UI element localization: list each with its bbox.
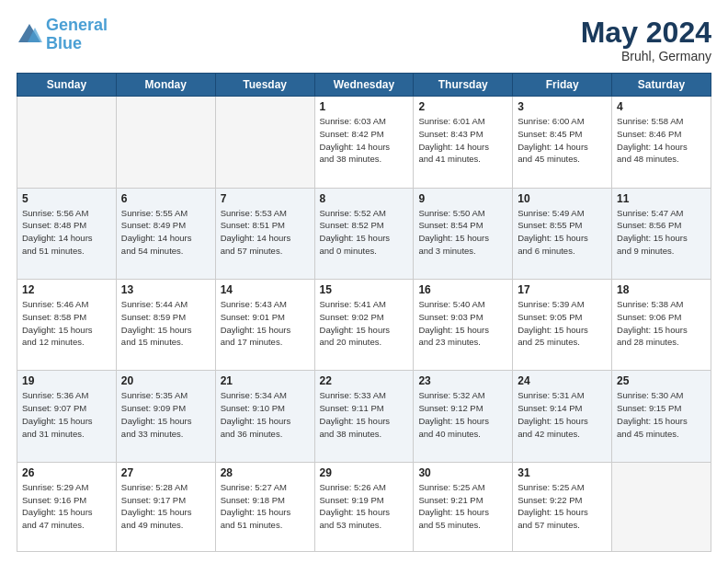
day-number: 20 — [121, 374, 210, 387]
calendar-cell: 10Sunrise: 5:49 AM Sunset: 8:55 PM Dayli… — [513, 188, 612, 279]
calendar: SundayMondayTuesdayWednesdayThursdayFrid… — [17, 73, 711, 552]
logo-line1: General — [46, 16, 108, 34]
calendar-cell: 20Sunrise: 5:35 AM Sunset: 9:09 PM Dayli… — [116, 371, 215, 462]
calendar-cell: 22Sunrise: 5:33 AM Sunset: 9:11 PM Dayli… — [314, 371, 414, 462]
day-number: 14 — [221, 283, 310, 296]
day-number: 8 — [320, 192, 409, 205]
calendar-cell: 7Sunrise: 5:53 AM Sunset: 8:51 PM Daylig… — [215, 188, 314, 279]
calendar-cell: 30Sunrise: 5:25 AM Sunset: 9:21 PM Dayli… — [414, 462, 513, 551]
day-info: Sunrise: 5:35 AM Sunset: 9:09 PM Dayligh… — [121, 389, 210, 440]
day-info: Sunrise: 5:46 AM Sunset: 8:58 PM Dayligh… — [22, 298, 111, 349]
logo: General Blue — [17, 17, 108, 53]
calendar-cell — [215, 97, 314, 188]
day-info: Sunrise: 5:33 AM Sunset: 9:11 PM Dayligh… — [320, 389, 409, 440]
day-info: Sunrise: 5:52 AM Sunset: 8:52 PM Dayligh… — [320, 207, 409, 258]
day-number: 22 — [320, 374, 409, 387]
week-row-2: 5Sunrise: 5:56 AM Sunset: 8:48 PM Daylig… — [17, 188, 711, 279]
day-info: Sunrise: 5:26 AM Sunset: 9:19 PM Dayligh… — [320, 481, 409, 532]
day-header-monday: Monday — [116, 74, 215, 97]
day-number: 21 — [221, 374, 310, 387]
day-header-sunday: Sunday — [17, 74, 117, 97]
title-block: May 2024 Bruhl, Germany — [581, 17, 711, 63]
day-number: 15 — [320, 283, 409, 296]
day-number: 19 — [22, 374, 111, 387]
day-header-friday: Friday — [513, 74, 612, 97]
week-row-1: 1Sunrise: 6:03 AM Sunset: 8:42 PM Daylig… — [17, 97, 711, 188]
day-info: Sunrise: 5:28 AM Sunset: 9:17 PM Dayligh… — [121, 481, 210, 532]
calendar-cell: 3Sunrise: 6:00 AM Sunset: 8:45 PM Daylig… — [513, 97, 612, 188]
calendar-cell: 5Sunrise: 5:56 AM Sunset: 8:48 PM Daylig… — [17, 188, 117, 279]
day-number: 11 — [617, 192, 706, 205]
logo-icon — [17, 22, 42, 48]
calendar-cell: 15Sunrise: 5:41 AM Sunset: 9:02 PM Dayli… — [314, 280, 414, 371]
day-info: Sunrise: 5:32 AM Sunset: 9:12 PM Dayligh… — [418, 389, 507, 440]
day-header-thursday: Thursday — [414, 74, 513, 97]
day-number: 18 — [617, 283, 706, 296]
calendar-cell: 17Sunrise: 5:39 AM Sunset: 9:05 PM Dayli… — [513, 280, 612, 371]
day-number: 27 — [121, 466, 210, 479]
day-info: Sunrise: 5:30 AM Sunset: 9:15 PM Dayligh… — [617, 389, 706, 440]
day-number: 6 — [121, 192, 210, 205]
day-info: Sunrise: 5:31 AM Sunset: 9:14 PM Dayligh… — [518, 389, 607, 440]
calendar-cell: 27Sunrise: 5:28 AM Sunset: 9:17 PM Dayli… — [116, 462, 215, 551]
calendar-cell: 4Sunrise: 5:58 AM Sunset: 8:46 PM Daylig… — [612, 97, 711, 188]
day-number: 1 — [320, 100, 409, 113]
day-number: 9 — [418, 192, 507, 205]
day-info: Sunrise: 5:53 AM Sunset: 8:51 PM Dayligh… — [221, 207, 310, 258]
calendar-cell: 9Sunrise: 5:50 AM Sunset: 8:54 PM Daylig… — [414, 188, 513, 279]
day-number: 10 — [518, 192, 607, 205]
day-info: Sunrise: 5:58 AM Sunset: 8:46 PM Dayligh… — [617, 115, 706, 166]
logo-line2: Blue — [46, 34, 82, 52]
day-headers-row: SundayMondayTuesdayWednesdayThursdayFrid… — [17, 74, 711, 97]
calendar-cell: 29Sunrise: 5:26 AM Sunset: 9:19 PM Dayli… — [314, 462, 414, 551]
day-info: Sunrise: 6:01 AM Sunset: 8:43 PM Dayligh… — [418, 115, 507, 166]
week-row-4: 19Sunrise: 5:36 AM Sunset: 9:07 PM Dayli… — [17, 371, 711, 462]
calendar-cell: 23Sunrise: 5:32 AM Sunset: 9:12 PM Dayli… — [414, 371, 513, 462]
day-number: 7 — [221, 192, 310, 205]
location: Bruhl, Germany — [581, 49, 711, 63]
day-number: 12 — [22, 283, 111, 296]
day-info: Sunrise: 5:25 AM Sunset: 9:21 PM Dayligh… — [418, 481, 507, 532]
day-number: 30 — [418, 466, 507, 479]
calendar-cell: 6Sunrise: 5:55 AM Sunset: 8:49 PM Daylig… — [116, 188, 215, 279]
calendar-cell: 8Sunrise: 5:52 AM Sunset: 8:52 PM Daylig… — [314, 188, 414, 279]
day-info: Sunrise: 5:47 AM Sunset: 8:56 PM Dayligh… — [617, 207, 706, 258]
calendar-cell — [612, 462, 711, 551]
calendar-cell — [116, 97, 215, 188]
day-info: Sunrise: 5:49 AM Sunset: 8:55 PM Dayligh… — [518, 207, 607, 258]
day-info: Sunrise: 5:50 AM Sunset: 8:54 PM Dayligh… — [418, 207, 507, 258]
day-number: 25 — [617, 374, 706, 387]
week-row-3: 12Sunrise: 5:46 AM Sunset: 8:58 PM Dayli… — [17, 280, 711, 371]
calendar-cell — [17, 97, 117, 188]
day-info: Sunrise: 5:43 AM Sunset: 9:01 PM Dayligh… — [221, 298, 310, 349]
day-info: Sunrise: 5:38 AM Sunset: 9:06 PM Dayligh… — [617, 298, 706, 349]
calendar-cell: 16Sunrise: 5:40 AM Sunset: 9:03 PM Dayli… — [414, 280, 513, 371]
day-number: 4 — [617, 100, 706, 113]
calendar-cell: 19Sunrise: 5:36 AM Sunset: 9:07 PM Dayli… — [17, 371, 117, 462]
day-info: Sunrise: 5:27 AM Sunset: 9:18 PM Dayligh… — [221, 481, 310, 532]
day-info: Sunrise: 5:25 AM Sunset: 9:22 PM Dayligh… — [518, 481, 607, 532]
calendar-cell: 18Sunrise: 5:38 AM Sunset: 9:06 PM Dayli… — [612, 280, 711, 371]
day-number: 29 — [320, 466, 409, 479]
logo-text: General Blue — [46, 17, 108, 53]
day-number: 31 — [518, 466, 607, 479]
day-info: Sunrise: 6:00 AM Sunset: 8:45 PM Dayligh… — [518, 115, 607, 166]
day-info: Sunrise: 5:41 AM Sunset: 9:02 PM Dayligh… — [320, 298, 409, 349]
day-number: 2 — [418, 100, 507, 113]
day-number: 5 — [22, 192, 111, 205]
day-number: 24 — [518, 374, 607, 387]
day-info: Sunrise: 5:56 AM Sunset: 8:48 PM Dayligh… — [22, 207, 111, 258]
day-number: 16 — [418, 283, 507, 296]
calendar-cell: 26Sunrise: 5:29 AM Sunset: 9:16 PM Dayli… — [17, 462, 117, 551]
day-info: Sunrise: 5:34 AM Sunset: 9:10 PM Dayligh… — [221, 389, 310, 440]
day-number: 13 — [121, 283, 210, 296]
day-header-saturday: Saturday — [612, 74, 711, 97]
calendar-cell: 12Sunrise: 5:46 AM Sunset: 8:58 PM Dayli… — [17, 280, 117, 371]
day-number: 3 — [518, 100, 607, 113]
day-number: 28 — [221, 466, 310, 479]
day-info: Sunrise: 5:55 AM Sunset: 8:49 PM Dayligh… — [121, 207, 210, 258]
calendar-cell: 1Sunrise: 6:03 AM Sunset: 8:42 PM Daylig… — [314, 97, 414, 188]
header: General Blue May 2024 Bruhl, Germany — [17, 17, 711, 63]
calendar-cell: 25Sunrise: 5:30 AM Sunset: 9:15 PM Dayli… — [612, 371, 711, 462]
calendar-cell: 11Sunrise: 5:47 AM Sunset: 8:56 PM Dayli… — [612, 188, 711, 279]
